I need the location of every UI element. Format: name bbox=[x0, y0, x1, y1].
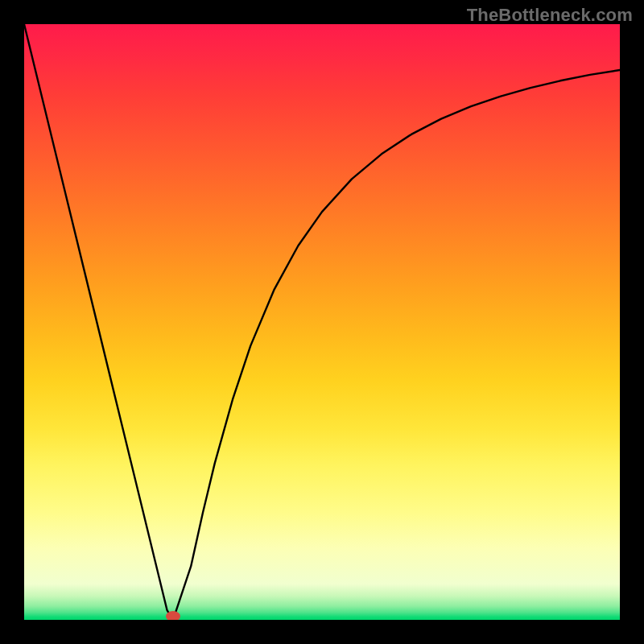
chart-svg bbox=[24, 24, 620, 620]
plot-area bbox=[24, 24, 620, 620]
attribution-label: TheBottleneck.com bbox=[467, 5, 633, 26]
data-curve bbox=[24, 24, 620, 620]
chart-frame: TheBottleneck.com bbox=[0, 0, 644, 644]
